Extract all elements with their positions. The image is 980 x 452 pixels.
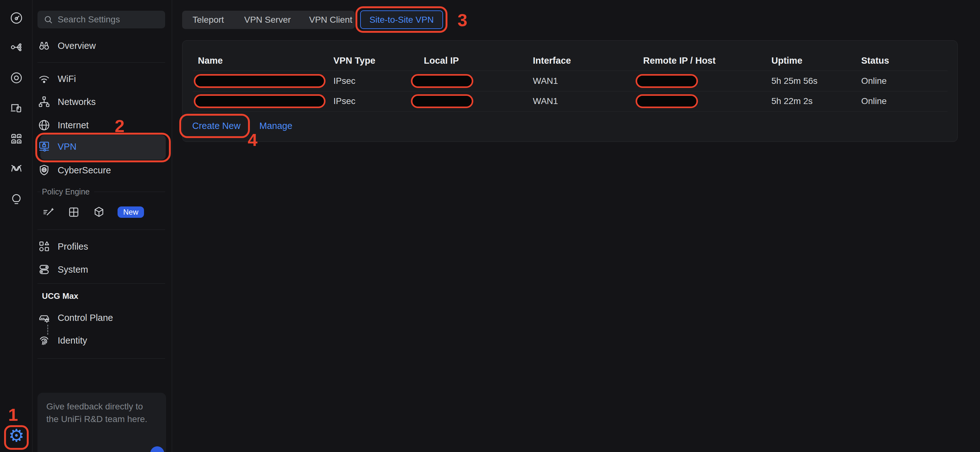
- sidebar-item-internet[interactable]: Internet: [38, 116, 168, 134]
- sidebar-item-system[interactable]: System: [38, 261, 168, 279]
- shapes-icon: [38, 240, 51, 253]
- tab-teleport[interactable]: Teleport: [192, 11, 224, 29]
- search-settings-box[interactable]: [38, 11, 165, 29]
- sidebar-item-label: Internet: [58, 120, 89, 131]
- settings-sidebar: Overview WiFi Networks Internet VPN Cybe…: [32, 0, 172, 452]
- policy-engine-shortcuts: New: [42, 205, 144, 219]
- redaction-local-ip-row2: [411, 94, 473, 108]
- tab-vpn-server[interactable]: VPN Server: [244, 11, 291, 29]
- wifi-icon: [38, 72, 51, 86]
- sidebar-item-networks[interactable]: Networks: [38, 93, 168, 111]
- sidebar-divider: [38, 358, 165, 359]
- sidebar-divider: [38, 229, 165, 230]
- magic-wand-icon[interactable]: [42, 205, 55, 219]
- cell-uptime: 5h 22m 2s: [772, 95, 813, 107]
- cell-status: Online: [861, 95, 887, 107]
- grid-2x2-icon[interactable]: [67, 205, 80, 219]
- sidebar-item-cybersecure[interactable]: CyberSecure: [38, 161, 168, 179]
- sidebar-item-control-plane[interactable]: Control Plane: [38, 309, 168, 326]
- fingerprint-icon: [38, 334, 51, 347]
- cell-uptime: 5h 25m 56s: [772, 75, 818, 87]
- tab-vpn-client[interactable]: VPN Client: [309, 11, 352, 29]
- unifi-settings-screen: ⚙ Overview WiFi Networks Internet: [0, 0, 980, 452]
- annotation-number-4: 4: [248, 131, 258, 149]
- redaction-name-row1: [194, 74, 326, 88]
- binoculars-icon: [38, 39, 51, 53]
- sidebar-item-label: Identity: [58, 335, 87, 346]
- sidebar-divider: [38, 283, 165, 284]
- cell-vpn-type: IPsec: [333, 75, 355, 87]
- gateway-gear-icon: [38, 311, 51, 324]
- sidebar-item-identity[interactable]: Identity: [38, 332, 168, 349]
- annotation-box-create-new: [179, 114, 250, 138]
- system-toggles-icon: [38, 263, 51, 276]
- feedback-card[interactable]: Give feedback directly to the UniFi R&D …: [38, 393, 166, 452]
- sidebar-item-label: Overview: [58, 41, 96, 51]
- annotation-box-site-to-site-tab: [355, 6, 447, 33]
- col-header-remote: Remote IP / Host: [643, 55, 716, 66]
- col-header-name: Name: [198, 55, 223, 66]
- annotation-number-1: 1: [8, 406, 18, 423]
- col-header-local-ip: Local IP: [424, 55, 459, 66]
- new-badge: New: [118, 207, 144, 218]
- col-header-vpn-type: VPN Type: [333, 55, 375, 66]
- apps-grid-icon[interactable]: [9, 131, 24, 146]
- waveform-icon[interactable]: [9, 161, 24, 175]
- feedback-text: Give feedback directly to the UniFi R&D …: [46, 400, 157, 425]
- sidebar-divider: [38, 62, 165, 63]
- devices-icon[interactable]: [9, 100, 24, 115]
- sidebar-item-label: System: [58, 264, 88, 275]
- donut-icon[interactable]: [9, 71, 24, 85]
- search-icon: [43, 14, 53, 25]
- shield-globe-icon: [38, 164, 51, 177]
- topology-icon[interactable]: [9, 40, 24, 54]
- sidebar-item-overview[interactable]: Overview: [38, 37, 168, 54]
- annotation-box-gear: [4, 425, 29, 450]
- cell-vpn-type: IPsec: [333, 95, 355, 107]
- policy-engine-rule-left: [38, 192, 41, 192]
- redaction-remote-row1: [636, 74, 698, 88]
- cube-icon[interactable]: [92, 205, 105, 219]
- sidebar-item-label: Control Plane: [58, 313, 113, 323]
- col-header-uptime: Uptime: [772, 55, 802, 66]
- table-divider: [193, 91, 948, 91]
- cell-status: Online: [861, 75, 887, 87]
- gauge-icon[interactable]: [9, 11, 24, 25]
- sidebar-item-label: WiFi: [58, 74, 76, 84]
- network-tree-icon: [38, 95, 51, 108]
- globe-icon: [38, 118, 51, 132]
- manage-button[interactable]: Manage: [259, 119, 293, 133]
- redaction-local-ip-row1: [411, 74, 473, 88]
- search-input[interactable]: [58, 14, 159, 25]
- table-divider: [193, 111, 948, 111]
- col-header-status: Status: [861, 55, 889, 66]
- col-header-interface: Interface: [533, 55, 571, 66]
- sidebar-item-label: Profiles: [58, 242, 88, 252]
- sidebar-item-label: CyberSecure: [58, 165, 111, 175]
- cell-interface: WAN1: [533, 75, 558, 87]
- device-section-label: UCG Max: [42, 291, 78, 301]
- annotation-number-3: 3: [458, 11, 467, 29]
- sidebar-item-label: Networks: [58, 97, 96, 107]
- annotation-number-2: 2: [115, 117, 124, 135]
- lightbulb-icon[interactable]: [9, 192, 24, 207]
- cell-interface: WAN1: [533, 95, 558, 107]
- redaction-remote-row2: [636, 94, 698, 108]
- app-rail: ⚙: [0, 0, 32, 452]
- policy-engine-rule-right: [94, 192, 165, 192]
- sidebar-item-profiles[interactable]: Profiles: [38, 238, 168, 255]
- redaction-name-row2: [194, 94, 326, 108]
- policy-engine-label: Policy Engine: [42, 187, 89, 196]
- sidebar-item-wifi[interactable]: WiFi: [38, 70, 168, 88]
- annotation-box-vpn-item: [35, 133, 171, 162]
- site-to-site-vpn-table-card: Name VPN Type Local IP Interface Remote …: [182, 40, 958, 142]
